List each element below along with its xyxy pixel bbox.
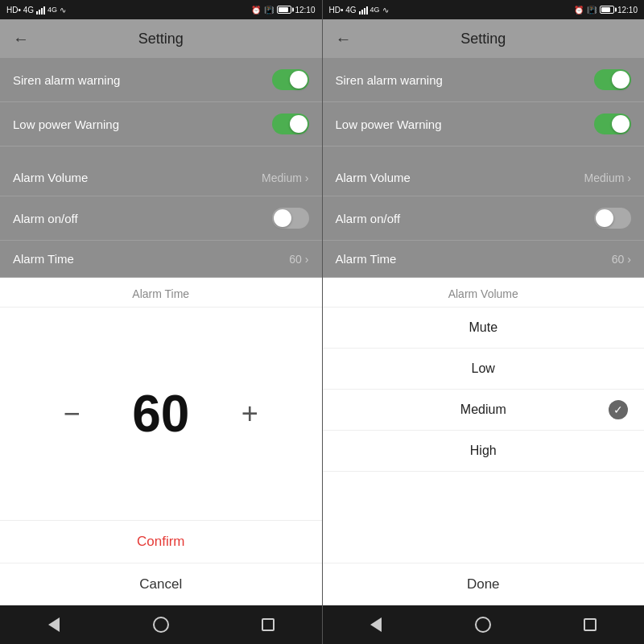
left-setting-lowpower: Low power Warning	[0, 102, 322, 147]
right-setting-alarm-time[interactable]: Alarm Time 60 ›	[323, 241, 645, 278]
left-time: 12:10	[295, 6, 315, 14]
right-option-high[interactable]: High	[323, 431, 645, 472]
right-setting-alarm-onoff: Alarm on/off	[323, 196, 645, 241]
right-option-mute[interactable]: Mute	[323, 308, 645, 349]
right-sheet-title: Alarm Volume	[323, 278, 645, 308]
left-alarm-icon: ⏰	[251, 6, 261, 14]
left-cancel-button[interactable]: Cancel	[0, 564, 322, 605]
left-back-button[interactable]: ←	[13, 30, 29, 48]
right-nav-recent[interactable]	[574, 609, 606, 641]
right-page-title: Setting	[365, 31, 603, 47]
right-siren-label: Siren alarm warning	[336, 73, 443, 87]
left-page-title: Setting	[42, 31, 280, 47]
right-bottom-sheet: Alarm Volume Mute Low Medium ✓ High Done	[323, 278, 645, 605]
left-setting-alarm-time[interactable]: Alarm Time 60 ›	[0, 241, 322, 278]
left-nav-back[interactable]	[38, 609, 70, 641]
right-setting-volume[interactable]: Alarm Volume Medium ›	[323, 159, 645, 196]
right-volume-label: Alarm Volume	[336, 171, 411, 184]
left-app-header: ← Setting	[0, 19, 322, 58]
right-alarm-icon: ⏰	[574, 6, 584, 14]
right-volume-options: Mute Low Medium ✓ High	[323, 308, 645, 563]
left-settings-area: Siren alarm warning Low power Warning Al…	[0, 58, 322, 278]
right-status-left: HD• 4G 4G ∿	[329, 5, 389, 14]
left-setting-volume[interactable]: Alarm Volume Medium ›	[0, 159, 322, 196]
left-nav-home[interactable]	[145, 609, 177, 641]
left-wifi: ∿	[60, 6, 66, 14]
right-nav-bar	[323, 605, 645, 644]
right-lowpower-toggle[interactable]	[594, 114, 631, 134]
left-siren-label: Siren alarm warning	[13, 73, 120, 87]
left-panel: HD• 4G 4G ∿ ⏰ 📳 12:10 ← Setting Siren al…	[0, 0, 322, 644]
right-app-header: ← Setting	[323, 19, 645, 58]
left-lowpower-toggle[interactable]	[272, 114, 309, 134]
right-alarm-onoff-toggle[interactable]	[594, 208, 631, 229]
right-signal-type: 4G	[370, 6, 380, 14]
left-status-bar: HD• 4G 4G ∿ ⏰ 📳 12:10	[0, 0, 322, 19]
left-nav-bar	[0, 605, 322, 644]
left-siren-toggle[interactable]	[272, 69, 309, 90]
left-setting-alarm-onoff: Alarm on/off	[0, 196, 322, 241]
left-status-left: HD• 4G 4G ∿	[6, 5, 66, 14]
left-carrier: HD• 4G	[6, 6, 34, 14]
right-nav-home[interactable]	[467, 609, 499, 641]
right-signal-bars	[359, 5, 368, 14]
right-lowpower-label: Low power Warning	[336, 118, 442, 131]
left-time-picker: − 60 +	[0, 308, 322, 520]
left-status-right: ⏰ 📳 12:10	[251, 6, 315, 14]
left-battery-icon	[277, 6, 291, 14]
left-volume-label: Alarm Volume	[13, 171, 88, 184]
right-alarm-time-value: 60 ›	[612, 253, 631, 266]
right-alarm-onoff-label: Alarm on/off	[336, 212, 401, 225]
right-battery-icon	[600, 6, 614, 14]
left-vibrate-icon: 📳	[264, 6, 274, 14]
right-alarm-time-label: Alarm Time	[336, 252, 397, 266]
right-wifi: ∿	[382, 6, 389, 14]
left-picker-value: 60	[121, 384, 201, 444]
right-setting-lowpower: Low power Warning	[323, 102, 645, 147]
right-vibrate-icon: 📳	[587, 6, 597, 14]
left-bottom-sheet: Alarm Time − 60 + Confirm Cancel	[0, 278, 322, 605]
right-status-right: ⏰ 📳 12:10	[574, 6, 638, 14]
right-volume-value: Medium ›	[584, 171, 631, 184]
right-nav-back[interactable]	[360, 609, 392, 641]
left-volume-value: Medium ›	[262, 171, 308, 184]
right-back-button[interactable]: ←	[336, 30, 352, 48]
left-alarm-onoff-toggle[interactable]	[272, 208, 309, 229]
right-option-low[interactable]: Low	[323, 349, 645, 390]
left-sheet-title: Alarm Time	[0, 278, 322, 308]
left-alarm-onoff-label: Alarm on/off	[13, 212, 78, 225]
left-confirm-button[interactable]: Confirm	[0, 520, 322, 564]
left-plus-button[interactable]: +	[233, 397, 266, 431]
right-settings-area: Siren alarm warning Low power Warning Al…	[323, 58, 645, 278]
left-signal-type: 4G	[47, 6, 57, 14]
right-done-button[interactable]: Done	[323, 563, 645, 605]
left-nav-recent[interactable]	[252, 609, 284, 641]
left-minus-button[interactable]: −	[56, 397, 89, 431]
right-carrier: HD• 4G	[329, 6, 357, 14]
right-time: 12:10	[617, 6, 638, 14]
right-option-medium[interactable]: Medium ✓	[323, 390, 645, 431]
right-check-icon: ✓	[609, 400, 628, 419]
left-alarm-time-value: 60 ›	[289, 253, 308, 266]
right-panel: HD• 4G 4G ∿ ⏰ 📳 12:10 ← Setting Siren al…	[323, 0, 645, 644]
left-lowpower-label: Low power Warning	[13, 118, 119, 131]
left-setting-siren: Siren alarm warning	[0, 58, 322, 102]
left-signal-bars	[36, 5, 45, 14]
left-alarm-time-label: Alarm Time	[13, 252, 74, 266]
right-siren-toggle[interactable]	[594, 69, 631, 90]
right-status-bar: HD• 4G 4G ∿ ⏰ 📳 12:10	[323, 0, 645, 19]
right-setting-siren: Siren alarm warning	[323, 58, 645, 102]
